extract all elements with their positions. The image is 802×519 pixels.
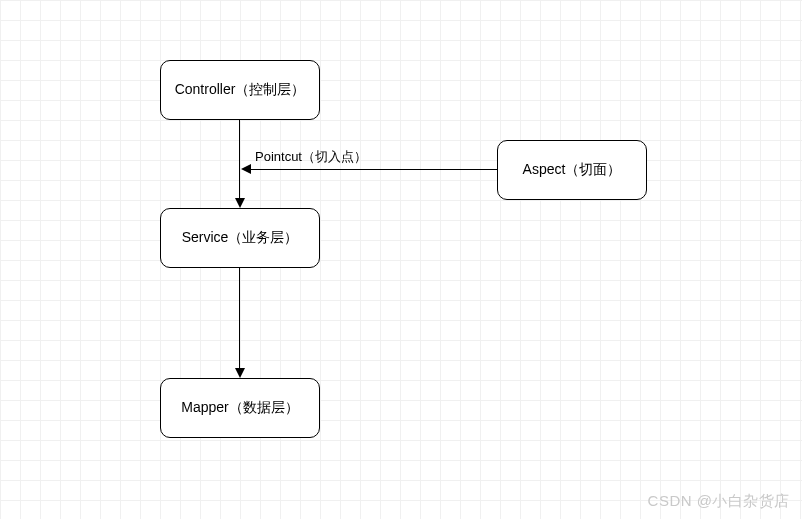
arrow-controller-to-service-head — [235, 198, 245, 208]
arrow-service-to-mapper-head — [235, 368, 245, 378]
node-service-label: Service（业务层） — [182, 229, 299, 247]
node-controller: Controller（控制层） — [160, 60, 320, 120]
watermark: CSDN @小白杂货店 — [648, 492, 790, 511]
arrow-service-to-mapper-line — [239, 268, 240, 370]
node-aspect-label: Aspect（切面） — [523, 161, 622, 179]
arrow-aspect-to-pointcut-head — [241, 164, 251, 174]
arrow-controller-to-service-line — [239, 120, 240, 200]
arrow-aspect-to-pointcut-line — [250, 169, 497, 170]
node-aspect: Aspect（切面） — [497, 140, 647, 200]
node-mapper-label: Mapper（数据层） — [181, 399, 298, 417]
edge-pointcut-label: Pointcut（切入点） — [255, 148, 367, 166]
node-service: Service（业务层） — [160, 208, 320, 268]
node-mapper: Mapper（数据层） — [160, 378, 320, 438]
node-controller-label: Controller（控制层） — [175, 81, 306, 99]
